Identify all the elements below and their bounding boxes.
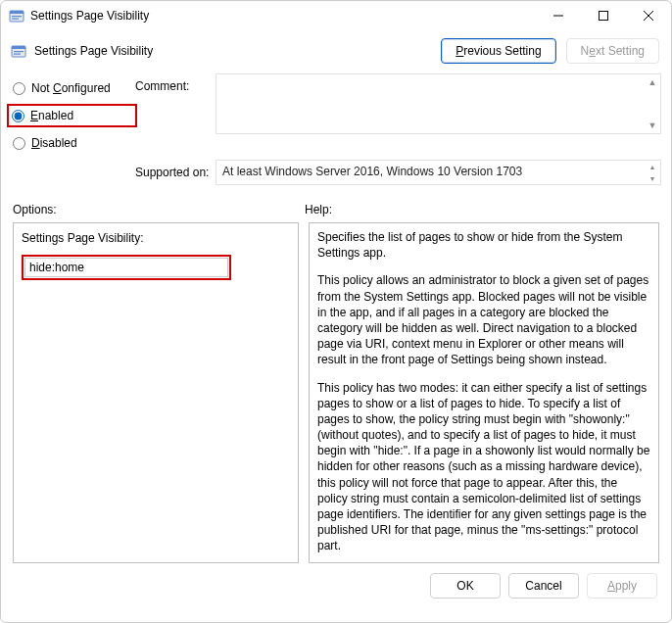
svg-line-6 (644, 11, 653, 21)
comment-field[interactable]: ▲ ▼ (216, 73, 661, 134)
radio-not-configured[interactable]: Not Configured (11, 79, 133, 97)
svg-rect-2 (12, 16, 22, 17)
ok-button[interactable]: OK (430, 573, 501, 599)
policy-name: Settings Page Visibility (34, 44, 441, 58)
svg-rect-11 (14, 54, 21, 55)
window-title: Settings Page Visibility (30, 9, 536, 23)
window-controls (536, 1, 671, 30)
help-paragraph: Specifies the list of pages to show or h… (317, 229, 650, 261)
radio-enabled-input[interactable] (12, 110, 24, 122)
help-pane[interactable]: Specifies the list of pages to show or h… (309, 222, 659, 563)
svg-rect-9 (12, 46, 25, 49)
supported-on-field: At least Windows Server 2016, Windows 10… (216, 160, 661, 185)
minimize-button[interactable] (536, 1, 581, 30)
footer: OK Cancel Apply (1, 563, 671, 608)
titlebar: Settings Page Visibility (1, 1, 671, 30)
svg-rect-1 (10, 11, 24, 14)
svg-rect-5 (600, 12, 608, 21)
option-field-highlight (22, 255, 231, 280)
policy-icon (11, 43, 26, 59)
radio-disabled[interactable]: Disabled (11, 134, 133, 152)
next-setting-button[interactable]: Next Setting (566, 38, 659, 64)
scroll-up-icon[interactable]: ▲ (645, 161, 660, 172)
policy-icon (9, 8, 24, 24)
supported-on-text: At least Windows Server 2016, Windows 10… (222, 165, 522, 178)
close-button[interactable] (626, 1, 671, 30)
header: Settings Page Visibility Previous Settin… (1, 30, 671, 70)
supported-label: Supported on: (135, 160, 214, 179)
help-label: Help: (305, 203, 659, 216)
option-field-label: Settings Page Visibility: (22, 231, 290, 245)
comment-label: Comment: (135, 73, 214, 93)
help-paragraph: This policy allows an administrator to b… (317, 272, 650, 367)
section-labels: Options: Help: (1, 185, 671, 222)
radio-enabled[interactable]: Enabled (10, 107, 125, 124)
previous-setting-button[interactable]: Previous Setting (441, 38, 555, 64)
maximize-button[interactable] (581, 1, 626, 30)
cancel-button[interactable]: Cancel (508, 573, 579, 599)
options-label: Options: (13, 203, 305, 216)
panes: Settings Page Visibility: Specifies the … (1, 222, 671, 563)
apply-button[interactable]: Apply (587, 573, 657, 599)
radio-not-configured-input[interactable] (13, 82, 25, 95)
settings-page-visibility-input[interactable] (24, 258, 228, 277)
config-area: Not Configured Enabled Disabled Comment:… (1, 70, 671, 185)
help-paragraph: This policy has two modes: it can either… (317, 380, 650, 554)
radio-disabled-input[interactable] (13, 137, 25, 150)
scroll-up-icon[interactable]: ▲ (645, 74, 660, 90)
scroll-down-icon[interactable]: ▼ (645, 172, 660, 184)
scroll-down-icon[interactable]: ▼ (645, 118, 660, 133)
svg-rect-3 (12, 19, 19, 20)
options-pane: Settings Page Visibility: (13, 222, 299, 563)
svg-line-7 (644, 11, 653, 21)
svg-rect-10 (14, 51, 24, 52)
state-radio-group: Not Configured Enabled Disabled (11, 79, 133, 152)
